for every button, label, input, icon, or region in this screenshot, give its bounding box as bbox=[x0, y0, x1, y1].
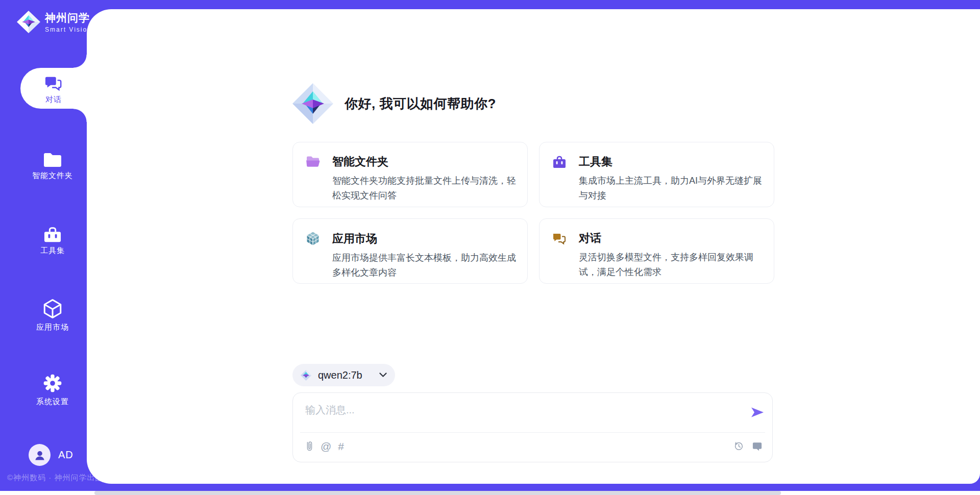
message-composer: @ # bbox=[292, 392, 773, 462]
model-selector[interactable]: qwen2:7b bbox=[292, 364, 395, 386]
diamond-logo-icon bbox=[291, 82, 334, 125]
toolbox-icon bbox=[43, 226, 62, 243]
history-icon[interactable] bbox=[733, 440, 744, 452]
gear-icon bbox=[42, 372, 63, 394]
card-title: 对话 bbox=[579, 231, 601, 246]
card-title: 智能文件夹 bbox=[332, 154, 388, 169]
comment-icon[interactable] bbox=[752, 441, 763, 452]
send-icon[interactable] bbox=[750, 406, 765, 418]
model-name: qwen2:7b bbox=[318, 369, 362, 381]
sidebar-item-label: 系统设置 bbox=[36, 397, 69, 407]
card-description: 智能文件夹功能支持批量文件上传与清洗，轻松实现文件问答 bbox=[332, 174, 523, 203]
greeting: 你好, 我可以如何帮助你? bbox=[291, 82, 496, 125]
user-name: AD bbox=[58, 449, 74, 461]
app-window: 神州问学 Smart Vision 对话 智能文件夹 工具集 bbox=[0, 0, 980, 495]
sidebar-item-label: 工具集 bbox=[40, 246, 65, 256]
card-app-market[interactable]: 应用市场 应用市场提供丰富长文本模板，助力高效生成多样化文章内容 bbox=[292, 218, 528, 284]
cube-grid-icon bbox=[305, 231, 321, 246]
brand-name: 神州问学 bbox=[45, 11, 92, 25]
diamond-logo-icon bbox=[300, 369, 312, 381]
folder-open-icon bbox=[305, 155, 321, 168]
card-description: 集成市场上主流工具，助力AI与外界无缝扩展与对接 bbox=[579, 174, 770, 203]
sidebar-item-label: 智能文件夹 bbox=[32, 171, 73, 181]
card-toolset[interactable]: 工具集 集成市场上主流工具，助力AI与外界无缝扩展与对接 bbox=[539, 142, 774, 207]
chat-icon bbox=[44, 75, 63, 93]
user-avatar-icon bbox=[33, 449, 46, 462]
card-title: 应用市场 bbox=[332, 231, 377, 246]
folder-icon bbox=[42, 151, 63, 168]
paperclip-icon[interactable] bbox=[305, 440, 314, 452]
card-title: 工具集 bbox=[579, 154, 612, 169]
sidebar-item-app-market[interactable]: 应用市场 bbox=[18, 298, 87, 332]
card-chat[interactable]: 对话 灵活切换多模型文件，支持多样回复效果调试，满足个性化需求 bbox=[539, 218, 774, 284]
avatar bbox=[29, 444, 51, 466]
horizontal-scrollbar-track bbox=[0, 491, 980, 495]
sidebar-item-label: 应用市场 bbox=[36, 323, 69, 332]
sidebar-item-smart-folder[interactable]: 智能文件夹 bbox=[18, 151, 87, 181]
copyright-text: ©神州数码 · 神州问学出品 bbox=[7, 473, 103, 483]
at-icon[interactable]: @ bbox=[321, 441, 331, 452]
nav-pill-flare-top bbox=[74, 55, 87, 68]
greeting-text: 你好, 我可以如何帮助你? bbox=[345, 95, 496, 113]
nav-pill-flare-bottom bbox=[74, 109, 87, 122]
brand-logo: 神州问学 Smart Vision bbox=[16, 10, 92, 34]
cube-icon bbox=[42, 298, 63, 320]
diamond-logo-icon bbox=[16, 10, 41, 34]
chevron-down-icon bbox=[379, 373, 387, 378]
sidebar-item-chat[interactable]: 对话 bbox=[20, 68, 87, 109]
hash-icon[interactable]: # bbox=[338, 441, 344, 452]
card-description: 应用市场提供丰富长文本模板，助力高效生成多样化文章内容 bbox=[332, 251, 523, 280]
horizontal-scrollbar-thumb[interactable] bbox=[94, 491, 781, 495]
briefcase-icon bbox=[552, 155, 567, 169]
sidebar-item-label: 对话 bbox=[45, 95, 62, 105]
feature-cards: 智能文件夹 智能文件夹功能支持批量文件上传与清洗，轻松实现文件问答 工具集 集成… bbox=[292, 142, 774, 284]
sidebar-item-toolset[interactable]: 工具集 bbox=[18, 226, 87, 256]
card-smart-folder[interactable]: 智能文件夹 智能文件夹功能支持批量文件上传与清洗，轻松实现文件问答 bbox=[292, 142, 528, 207]
chat-bubbles-icon bbox=[552, 232, 567, 245]
card-description: 灵活切换多模型文件，支持多样回复效果调试，满足个性化需求 bbox=[579, 250, 770, 280]
composer-divider bbox=[300, 432, 765, 433]
brand-subtitle: Smart Vision bbox=[45, 26, 92, 33]
user-account[interactable]: AD bbox=[29, 444, 74, 466]
message-input[interactable] bbox=[305, 400, 729, 419]
sidebar-item-settings[interactable]: 系统设置 bbox=[18, 372, 87, 407]
